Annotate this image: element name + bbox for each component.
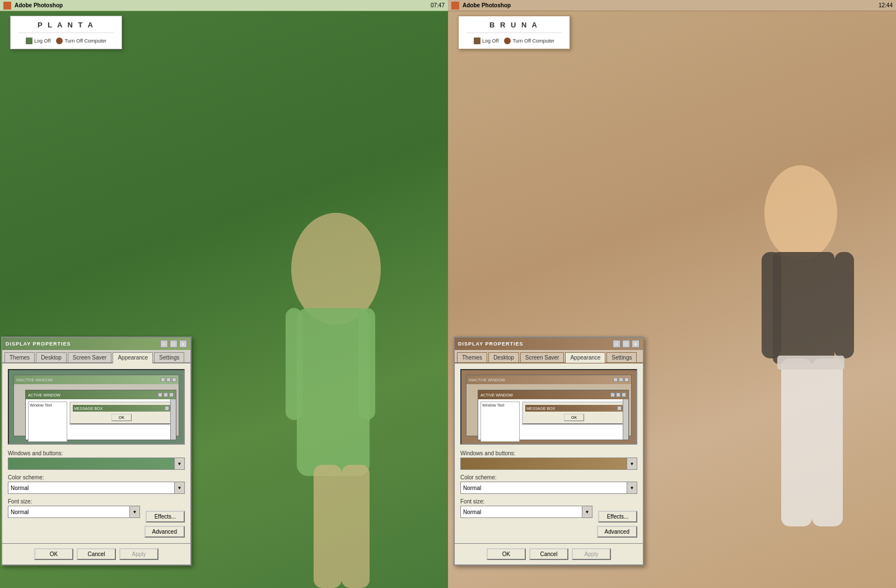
left-tab-appearance[interactable]: Appearance bbox=[113, 352, 153, 363]
left-inactive-ctrl3: × bbox=[172, 377, 176, 382]
right-dialog-titlebar: DISPLAY PROPERTIES − □ × bbox=[455, 338, 643, 350]
right-effects-btn[interactable]: Effects... bbox=[598, 511, 637, 522]
right-logoff-label: Log Off bbox=[482, 38, 498, 44]
left-top-bar-left: Adobe Photoshop bbox=[3, 2, 63, 10]
right-scrollbar[interactable] bbox=[623, 399, 628, 440]
left-preview-area: INACTIVE WINDOW _ □ × ACTIVE WINDOW bbox=[8, 369, 185, 445]
right-tab-desktop[interactable]: Desktop bbox=[488, 352, 519, 362]
left-active-ctrl1 bbox=[158, 393, 162, 397]
left-time: 07:47 bbox=[431, 2, 445, 8]
right-tab-settings[interactable]: Settings bbox=[606, 352, 637, 362]
right-minimize-btn[interactable]: − bbox=[613, 340, 620, 348]
right-inactive-ctrl1 bbox=[613, 377, 618, 382]
left-scrollbar[interactable] bbox=[170, 399, 176, 440]
right-fontsize-select[interactable]: Normal ▼ bbox=[460, 506, 592, 518]
right-color-dropdown[interactable]: ▼ bbox=[460, 458, 637, 470]
right-maximize-btn[interactable]: □ bbox=[622, 340, 630, 348]
svg-rect-12 bbox=[777, 356, 844, 370]
right-logoff-btn[interactable]: Log Off bbox=[474, 38, 498, 44]
left-user-panel: P L A N T A Log Off Turn Off Computer bbox=[10, 16, 122, 49]
right-ok-btn[interactable]: OK bbox=[487, 548, 526, 560]
left-advanced-btn[interactable]: Advanced bbox=[144, 526, 185, 538]
left-tab-settings[interactable]: Settings bbox=[154, 352, 184, 362]
right-inactive-title: INACTIVE WINDOW bbox=[466, 375, 631, 384]
left-turnoff-label: Turn Off Computer bbox=[64, 38, 106, 44]
left-active-ctrl3 bbox=[169, 393, 174, 397]
right-active-label: ACTIVE WINDOW bbox=[480, 393, 513, 397]
left-cancel-btn[interactable]: Cancel bbox=[77, 548, 116, 560]
left-message-box: MESSAGE BOX OK bbox=[69, 402, 174, 424]
left-msgbox-ctrl bbox=[165, 406, 169, 410]
right-turnoff-btn[interactable]: Turn Off Computer bbox=[504, 38, 554, 44]
left-top-bar: Adobe Photoshop 07:47 bbox=[0, 0, 448, 11]
left-logoff-btn[interactable]: Log Off bbox=[26, 38, 50, 44]
left-msgbox-label: MESSAGE BOX bbox=[74, 407, 102, 410]
left-active-label: ACTIVE WINDOW bbox=[28, 393, 60, 397]
left-color-dropdown-arrow[interactable]: ▼ bbox=[174, 458, 184, 469]
left-fontsize-arrow[interactable]: ▼ bbox=[129, 506, 139, 517]
left-inactive-ctrl2: □ bbox=[166, 377, 171, 382]
left-msgbox-title: MESSAGE BOX bbox=[73, 405, 170, 412]
right-msgbox-ok[interactable]: OK bbox=[564, 414, 584, 421]
svg-rect-8 bbox=[762, 252, 781, 358]
right-font-effects-row: Font size: Normal ▼ Effects... bbox=[460, 498, 637, 522]
right-preview-area: INACTIVE WINDOW ACTIVE WINDOW bbox=[460, 369, 637, 445]
right-tab-screensaver[interactable]: Screen Saver bbox=[520, 352, 564, 362]
left-minimize-btn[interactable]: − bbox=[160, 340, 168, 348]
right-dialog-title: DISPLAY PROPERTIES bbox=[458, 341, 524, 347]
left-effects-btn[interactable]: Effects... bbox=[146, 511, 185, 522]
right-tab-appearance[interactable]: Appearance bbox=[565, 352, 605, 363]
right-winbtn-group: Windows and buttons: ▼ bbox=[460, 450, 637, 470]
left-tab-desktop[interactable]: Desktop bbox=[36, 352, 67, 362]
left-dialog-content: INACTIVE WINDOW _ □ × ACTIVE WINDOW bbox=[2, 363, 190, 543]
left-tab-themes[interactable]: Themes bbox=[4, 352, 35, 362]
right-colorscheme-value: Normal bbox=[461, 484, 627, 492]
left-logoff-icon bbox=[26, 38, 32, 44]
left-apply-btn[interactable]: Apply bbox=[119, 548, 158, 560]
left-close-btn[interactable]: × bbox=[179, 340, 187, 348]
left-colorscheme-select[interactable]: Normal ▼ bbox=[8, 482, 185, 494]
left-color-dropdown[interactable]: ▼ bbox=[8, 458, 185, 470]
left-app-title: Adobe Photoshop bbox=[15, 2, 63, 8]
right-winbtn-label: Windows and buttons: bbox=[460, 450, 637, 456]
right-dialog-tabs: Themes Desktop Screen Saver Appearance S… bbox=[455, 350, 643, 363]
right-user-panel: B R U N A Log Off Turn Off Computer bbox=[458, 16, 570, 49]
left-winbtn-row: ▼ bbox=[8, 458, 185, 470]
right-msgbox-title: MESSAGE BOX bbox=[525, 405, 623, 412]
right-preview-inactive: INACTIVE WINDOW ACTIVE WINDOW bbox=[466, 375, 632, 436]
right-apply-btn[interactable]: Apply bbox=[572, 548, 611, 560]
left-msgbox-ok[interactable]: OK bbox=[111, 414, 132, 421]
svg-rect-5 bbox=[342, 465, 370, 588]
left-maximize-btn[interactable]: □ bbox=[170, 340, 178, 348]
left-fontsize-select[interactable]: Normal ▼ bbox=[8, 506, 140, 518]
left-font-effects-row: Font size: Normal ▼ Effects... bbox=[8, 498, 185, 522]
right-winbtn-row: ▼ bbox=[460, 458, 637, 470]
right-cancel-btn[interactable]: Cancel bbox=[529, 548, 568, 560]
left-screen: Adobe Photoshop 07:47 P L A N T A Log Of… bbox=[0, 0, 448, 588]
left-titlebar-controls: − □ × bbox=[160, 340, 187, 348]
left-winbtn-group: Windows and buttons: ▼ bbox=[8, 450, 185, 470]
right-colorscheme-select[interactable]: Normal ▼ bbox=[460, 482, 637, 494]
right-advanced-btn[interactable]: Advanced bbox=[597, 526, 637, 538]
left-colorscheme-value: Normal bbox=[8, 484, 174, 492]
left-turnoff-btn[interactable]: Turn Off Computer bbox=[56, 38, 106, 44]
right-close-btn[interactable]: × bbox=[632, 340, 640, 348]
right-active-ctrl1 bbox=[610, 393, 615, 397]
right-dialog-footer: OK Cancel Apply bbox=[455, 543, 643, 564]
left-active-title: ACTIVE WINDOW bbox=[26, 390, 176, 399]
left-colorscheme-arrow[interactable]: ▼ bbox=[174, 482, 184, 493]
right-tab-themes[interactable]: Themes bbox=[457, 352, 487, 362]
right-fontsize-arrow[interactable]: ▼ bbox=[582, 506, 592, 517]
left-active-body: Window Text MESSAGE BOX OK bbox=[26, 399, 176, 444]
left-ok-btn[interactable]: OK bbox=[34, 548, 73, 560]
left-colorscheme-label: Color scheme: bbox=[8, 474, 185, 480]
right-colorscheme-arrow[interactable]: ▼ bbox=[627, 482, 637, 493]
svg-rect-3 bbox=[358, 308, 375, 420]
left-fontsize-value: Normal bbox=[8, 508, 129, 516]
right-message-box: MESSAGE BOX OK bbox=[522, 402, 626, 424]
left-username: P L A N T A bbox=[18, 21, 114, 33]
right-color-dropdown-arrow[interactable]: ▼ bbox=[627, 458, 637, 469]
left-tab-screensaver[interactable]: Screen Saver bbox=[68, 352, 112, 362]
left-dialog-titlebar: DISPLAY PROPERTIES − □ × bbox=[2, 338, 190, 350]
right-inactive-ctrl3 bbox=[624, 377, 629, 382]
